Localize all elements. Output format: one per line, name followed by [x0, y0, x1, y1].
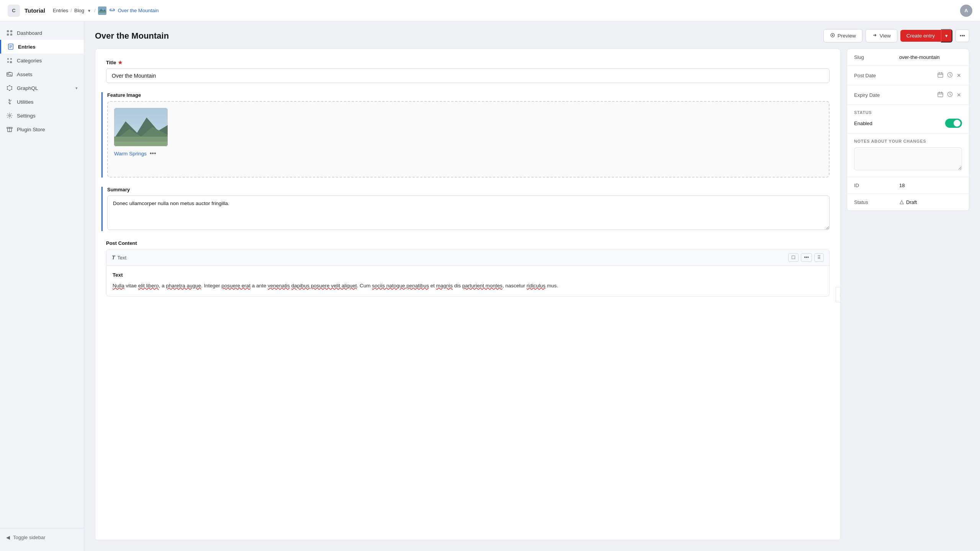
expiry-date-row: Expiry Date ✕ — [847, 85, 969, 105]
block-move-button[interactable]: ⠿ — [814, 253, 824, 262]
svg-rect-4 — [10, 30, 12, 32]
more-options-button[interactable]: ••• — [956, 29, 969, 42]
block-checkbox-button[interactable]: ☐ — [788, 253, 799, 262]
preview-icon — [830, 33, 835, 39]
expiry-date-clear-button[interactable]: ✕ — [956, 91, 962, 99]
title-input[interactable] — [106, 68, 830, 83]
svg-point-12 — [10, 58, 12, 60]
svg-point-16 — [8, 74, 9, 75]
block-toolbar-label: T Text — [112, 254, 785, 261]
post-date-calendar-button[interactable] — [937, 71, 944, 80]
post-content-label: Post Content — [106, 240, 830, 246]
header-actions: Preview View Create entry ▾ — [823, 29, 969, 42]
post-date-row: Post Date ✕ — [847, 66, 969, 85]
svg-rect-5 — [7, 34, 9, 36]
breadcrumb: Entries / Blog ▾ / Over the Mountain — [53, 7, 159, 15]
preview-button[interactable]: Preview — [823, 29, 862, 42]
svg-point-26 — [832, 34, 833, 36]
sidebar-item-entries[interactable]: Entries — [0, 40, 84, 54]
breadcrumb-blog[interactable]: Blog — [74, 8, 84, 13]
post-content-block: T Text ☐ ••• ⠿ Text — [106, 249, 830, 297]
status-info-row: Status Draft — [847, 194, 969, 210]
feature-image-group: Feature Image — [101, 92, 830, 178]
toggle-sidebar-button[interactable]: ◀ Toggle sidebar — [6, 533, 46, 542]
svg-rect-14 — [10, 61, 12, 63]
top-navigation: C Tutorial Entries / Blog ▾ / Over the M… — [0, 0, 980, 21]
toggle-slider — [945, 119, 962, 128]
create-entry-group: Create entry ▾ — [900, 29, 952, 42]
breadcrumb-link-icon — [109, 7, 116, 14]
user-menu: A — [960, 5, 972, 17]
sidebar-item-assets-label: Assets — [17, 72, 33, 77]
breadcrumb-thumb-icon — [98, 7, 106, 13]
sidebar-item-plugin-store[interactable]: Plugin Store — [0, 122, 84, 136]
panel-collapse-handle[interactable]: › — [836, 287, 841, 302]
notes-textarea[interactable] — [854, 147, 962, 170]
svg-rect-6 — [10, 34, 12, 36]
utilities-icon — [6, 98, 13, 105]
slug-value: over-the-mountain — [899, 54, 962, 60]
id-label: ID — [854, 183, 896, 188]
feature-image-link[interactable]: Warm Springs — [114, 151, 147, 156]
svg-rect-35 — [938, 93, 943, 97]
sidebar-item-graphql[interactable]: GraphQL ▾ — [0, 81, 84, 95]
sidebar-item-settings-label: Settings — [17, 113, 36, 119]
breadcrumb-blog-dropdown[interactable]: ▾ — [87, 7, 92, 14]
create-entry-dropdown-icon: ▾ — [945, 33, 948, 39]
sidebar-item-utilities-label: Utilities — [17, 99, 34, 105]
post-date-time-button[interactable] — [946, 71, 954, 80]
sidebar-item-graphql-label: GraphQL — [17, 85, 38, 91]
summary-label: Summary — [107, 187, 830, 192]
page-title: Over the Mountain — [95, 31, 169, 41]
sidebar-item-settings[interactable]: Settings — [0, 109, 84, 122]
sidebar-item-utilities[interactable]: Utilities — [0, 95, 84, 109]
sidebar: Dashboard Entries Categories Assets Grap — [0, 21, 84, 551]
sidebar-item-dashboard[interactable]: Dashboard — [0, 26, 84, 40]
breadcrumb-current: Over the Mountain — [98, 7, 159, 15]
text-block-title: Text — [113, 272, 823, 278]
post-date-clear-button[interactable]: ✕ — [956, 72, 962, 79]
block-more-button[interactable]: ••• — [801, 253, 812, 262]
create-entry-dropdown-button[interactable]: ▾ — [941, 29, 952, 42]
avatar-button[interactable]: A — [960, 5, 972, 17]
feature-image-name-row: Warm Springs ••• — [114, 150, 156, 157]
main-content: Over the Mountain Preview View Crea — [84, 21, 980, 551]
view-icon — [872, 33, 877, 39]
plugin-store-icon — [6, 126, 13, 133]
sidebar-item-assets[interactable]: Assets — [0, 67, 84, 81]
meta-panel: Slug over-the-mountain Post Date — [847, 49, 969, 211]
expiry-date-calendar-button[interactable] — [937, 91, 944, 99]
title-field-group: Title ★ — [106, 60, 830, 83]
form-panel: Title ★ Feature Image — [95, 49, 841, 540]
id-value: 18 — [899, 183, 962, 188]
sidebar-item-plugin-store-label: Plugin Store — [17, 127, 45, 132]
post-date-label: Post Date — [854, 73, 896, 78]
sidebar-item-dashboard-label: Dashboard — [17, 30, 42, 36]
svg-rect-33 — [938, 73, 943, 77]
sidebar-item-categories[interactable]: Categories — [0, 54, 84, 67]
summary-textarea[interactable]: Donec ullamcorper nulla non metus auctor… — [107, 196, 830, 230]
slug-label: Slug — [854, 54, 896, 60]
feature-image-thumbnail — [114, 108, 168, 146]
notes-label: NOTES ABOUT YOUR CHANGES — [854, 139, 962, 143]
svg-rect-32 — [114, 108, 168, 146]
status-toggle[interactable] — [945, 119, 962, 128]
right-panel: Slug over-the-mountain Post Date — [847, 49, 969, 540]
block-toolbar: T Text ☐ ••• ⠿ — [106, 249, 829, 266]
breadcrumb-entries[interactable]: Entries — [53, 8, 68, 13]
summary-field-group: Summary Donec ullamcorper nulla non metu… — [101, 187, 830, 231]
breadcrumb-current-label: Over the Mountain — [118, 8, 159, 13]
feature-image-menu-button[interactable]: ••• — [150, 150, 156, 157]
slug-row: Slug over-the-mountain — [847, 49, 969, 66]
status-section-label: STATUS — [854, 110, 962, 115]
sidebar-item-entries-label: Entries — [18, 44, 36, 50]
expiry-date-time-button[interactable] — [946, 91, 954, 99]
categories-icon — [6, 57, 13, 64]
toggle-sidebar-label: Toggle sidebar — [13, 535, 46, 540]
post-content-group: Post Content T Text ☐ ••• ⠿ — [106, 240, 830, 297]
view-button[interactable]: View — [866, 29, 897, 42]
create-entry-button[interactable]: Create entry — [900, 30, 941, 42]
app-name: Tutorial — [24, 7, 45, 14]
svg-point-24 — [9, 115, 10, 116]
notes-section: NOTES ABOUT YOUR CHANGES — [847, 134, 969, 177]
